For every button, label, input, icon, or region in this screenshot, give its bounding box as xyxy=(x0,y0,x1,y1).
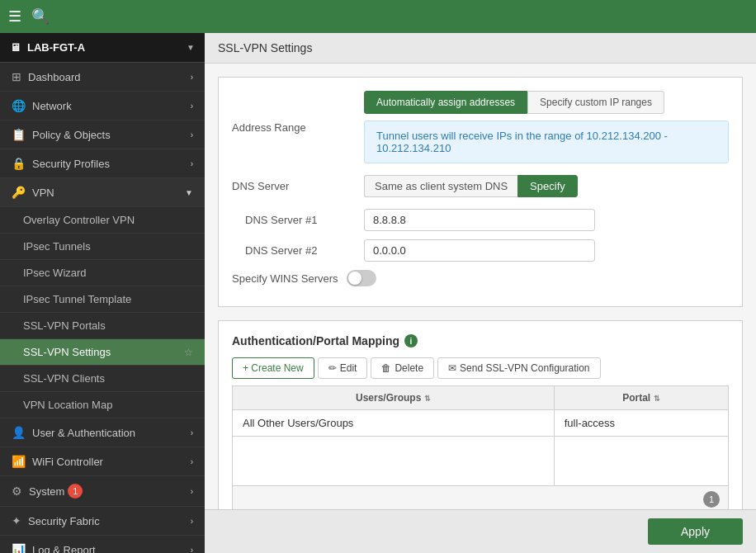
edit-label: Edit xyxy=(340,362,357,374)
ssl-vpn-portals-label: SSL-VPN Portals xyxy=(23,319,106,332)
sidebar-item-system[interactable]: ⚙ System 1 › xyxy=(0,476,205,507)
log-report-icon: 📊 xyxy=(12,543,26,553)
sidebar-item-log-report-label: Log & Report xyxy=(32,544,96,554)
dns-server-control: Same as client system DNS Specify xyxy=(364,175,729,197)
search-icon[interactable]: 🔍 xyxy=(31,7,50,26)
sidebar-item-ssl-vpn-portals[interactable]: SSL-VPN Portals xyxy=(0,313,205,339)
star-icon[interactable]: ☆ xyxy=(184,347,193,358)
content-body: Address Range Automatically assign addre… xyxy=(205,64,756,509)
wins-label: Specify WINS Servers xyxy=(232,272,338,285)
page-title: SSL-VPN Settings xyxy=(218,41,312,54)
sidebar-item-user-auth-label: User & Authentication xyxy=(32,427,135,439)
dns-row: Same as client system DNS Specify xyxy=(364,175,729,197)
dns-server2-input[interactable] xyxy=(364,239,595,262)
auth-mapping-title: Authentication/Portal Mapping i xyxy=(232,334,729,347)
log-report-chevron-icon: › xyxy=(191,546,193,554)
sidebar-item-vpn-label: VPN xyxy=(32,187,54,199)
overlay-vpn-label: Overlay Controller VPN xyxy=(23,214,135,226)
sidebar: 🖥 LAB-FGT-A ▼ ⊞ Dashboard › 🌐 Network › … xyxy=(0,33,205,553)
send-label: Send SSL-VPN Configuration xyxy=(460,362,589,374)
main-layout: 🖥 LAB-FGT-A ▼ ⊞ Dashboard › 🌐 Network › … xyxy=(0,33,756,553)
ipsec-tunnel-template-label: IPsec Tunnel Template xyxy=(23,293,131,305)
apply-button[interactable]: Apply xyxy=(648,518,743,545)
auth-mapping-section: Authentication/Portal Mapping i + Create… xyxy=(218,320,743,509)
table-row[interactable]: All Other Users/Groups full-access xyxy=(233,410,729,437)
sidebar-item-overlay-vpn[interactable]: Overlay Controller VPN xyxy=(0,207,205,234)
sidebar-item-dashboard[interactable]: ⊞ Dashboard › xyxy=(0,63,205,92)
address-range-control: Automatically assign addresses Specify c… xyxy=(364,91,729,163)
content-footer: Apply xyxy=(205,509,756,553)
wins-row: Specify WINS Servers xyxy=(232,270,729,286)
vpn-chevron-icon: ▼ xyxy=(185,188,193,197)
sidebar-item-ssl-vpn-settings[interactable]: SSL-VPN Settings ☆ xyxy=(0,339,205,366)
ssl-vpn-settings-label: SSL-VPN Settings xyxy=(23,346,111,358)
policy-chevron-icon: › xyxy=(191,130,193,139)
wins-toggle[interactable] xyxy=(347,270,376,286)
wifi-icon: 📶 xyxy=(12,455,26,468)
sidebar-item-dashboard-label: Dashboard xyxy=(28,71,81,83)
vpn-icon: 🔑 xyxy=(12,186,26,199)
table-header-row: Users/Groups ⇅ Portal ⇅ xyxy=(233,386,729,410)
send-config-button[interactable]: ✉ Send SSL-VPN Configuration xyxy=(437,357,600,379)
system-icon: ⚙ xyxy=(12,484,22,498)
sidebar-item-vpn[interactable]: 🔑 VPN ▼ xyxy=(0,178,205,207)
edit-button[interactable]: ✏ Edit xyxy=(318,357,368,379)
auto-assign-button[interactable]: Automatically assign addresses xyxy=(364,91,527,114)
user-auth-icon: 👤 xyxy=(12,426,26,439)
wifi-chevron-icon: › xyxy=(191,457,193,466)
menu-icon[interactable]: ☰ xyxy=(8,7,21,26)
address-range-info: Tunnel users will receive IPs in the ran… xyxy=(364,121,729,163)
users-sort-icon[interactable]: ⇅ xyxy=(424,395,431,403)
dns-server1-row: DNS Server #1 xyxy=(232,209,729,231)
sidebar-item-system-label: System xyxy=(29,485,64,498)
device-icon: 🖥 xyxy=(10,41,21,54)
sidebar-item-security-fabric-label: Security Fabric xyxy=(28,515,100,527)
device-chevron-icon: ▼ xyxy=(187,43,195,52)
sidebar-item-network[interactable]: 🌐 Network › xyxy=(0,92,205,121)
sidebar-item-security-profiles[interactable]: 🔒 Security Profiles › xyxy=(0,149,205,178)
sidebar-item-vpn-location-map[interactable]: VPN Location Map xyxy=(0,392,205,418)
top-bar: ☰ 🔍 xyxy=(0,0,756,33)
sidebar-item-log-report[interactable]: 📊 Log & Report › xyxy=(0,536,205,553)
dns-server1-input[interactable] xyxy=(364,209,595,231)
sidebar-item-network-label: Network xyxy=(32,100,72,112)
sidebar-item-ipsec-wizard[interactable]: IPsec Wizard xyxy=(0,260,205,286)
portal-sort-icon[interactable]: ⇅ xyxy=(654,395,660,403)
create-new-button[interactable]: + Create New xyxy=(232,357,314,379)
sidebar-item-ipsec-tunnels[interactable]: IPsec Tunnels xyxy=(0,234,205,260)
device-header[interactable]: 🖥 LAB-FGT-A ▼ xyxy=(0,33,205,63)
dns-server2-row: DNS Server #2 xyxy=(232,239,729,262)
device-name: LAB-FGT-A xyxy=(27,41,85,54)
address-range-label: Address Range xyxy=(232,121,364,134)
network-chevron-icon: › xyxy=(191,102,193,111)
delete-icon: 🗑 xyxy=(381,362,391,374)
system-chevron-icon: › xyxy=(191,487,193,496)
dashboard-chevron-icon: › xyxy=(191,73,193,82)
sidebar-item-security-fabric[interactable]: ✦ Security Fabric › xyxy=(0,507,205,536)
page-badge: 1 xyxy=(703,491,720,508)
empty-row xyxy=(233,437,729,486)
auth-info-icon[interactable]: i xyxy=(404,334,418,347)
mapping-table: Users/Groups ⇅ Portal ⇅ All Other Users/… xyxy=(232,385,729,486)
custom-ip-button[interactable]: Specify custom IP ranges xyxy=(527,91,664,114)
edit-icon: ✏ xyxy=(328,362,337,374)
delete-button[interactable]: 🗑 Delete xyxy=(371,357,434,379)
user-auth-chevron-icon: › xyxy=(191,428,193,437)
system-badge: 1 xyxy=(68,484,83,499)
network-icon: 🌐 xyxy=(12,99,26,112)
sidebar-item-user-auth[interactable]: 👤 User & Authentication › xyxy=(0,418,205,447)
delete-label: Delete xyxy=(395,362,423,374)
sidebar-item-policy-objects[interactable]: 📋 Policy & Objects › xyxy=(0,121,205,149)
sidebar-item-wifi-label: WiFi Controller xyxy=(32,456,103,468)
ipsec-wizard-label: IPsec Wizard xyxy=(23,267,87,279)
auth-mapping-toolbar: + Create New ✏ Edit 🗑 Delete ✉ Send SSL-… xyxy=(232,357,729,379)
content-area: SSL-VPN Settings Address Range Automatic… xyxy=(205,33,756,553)
dns-specify-button[interactable]: Specify xyxy=(517,175,578,197)
sidebar-item-ssl-vpn-clients[interactable]: SSL-VPN Clients xyxy=(0,366,205,392)
security-fabric-icon: ✦ xyxy=(12,514,21,527)
content-header: SSL-VPN Settings xyxy=(205,33,756,64)
policy-icon: 📋 xyxy=(12,128,26,141)
sidebar-item-ipsec-tunnel-template[interactable]: IPsec Tunnel Template xyxy=(0,286,205,313)
sidebar-item-wifi[interactable]: 📶 WiFi Controller › xyxy=(0,447,205,476)
dns-server-row: DNS Server Same as client system DNS Spe… xyxy=(232,175,729,197)
